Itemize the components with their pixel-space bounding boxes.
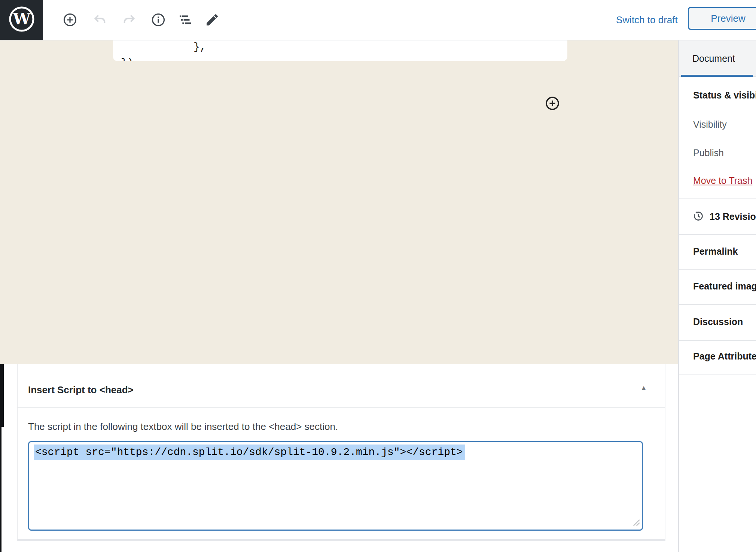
plus-circle-icon — [545, 106, 560, 112]
content-structure-button[interactable] — [150, 12, 166, 28]
revisions-label: 13 Revisions — [710, 211, 756, 222]
script-textarea[interactable]: <script src="https://cdn.split.io/sdk/sp… — [28, 441, 643, 531]
code-text-line: }) — [121, 57, 134, 61]
metabox-area: Insert Script to <head> ▲ The script in … — [0, 364, 678, 552]
panel-divider — [679, 304, 756, 305]
wordpress-logo-icon: W — [8, 6, 35, 34]
code-text-line: }, — [193, 41, 206, 53]
info-icon — [151, 12, 166, 27]
switch-to-draft-link[interactable]: Switch to draft — [616, 0, 678, 40]
panel-permalink-title[interactable]: Permalink — [693, 246, 738, 257]
collapse-toggle-button[interactable]: ▲ — [636, 380, 651, 395]
redo-icon — [122, 12, 137, 27]
code-block[interactable]: }, }) — [113, 40, 567, 61]
wordpress-editor-screen: W — [0, 0, 756, 552]
edit-mode-button[interactable] — [204, 12, 220, 28]
block-navigation-button[interactable] — [177, 12, 193, 28]
tab-document[interactable]: Document — [692, 40, 735, 77]
row-publish-label: Publish — [693, 148, 724, 158]
undo-icon — [92, 12, 107, 27]
panel-discussion-title[interactable]: Discussion — [693, 316, 743, 327]
metabox-insert-head: Insert Script to <head> ▲ The script in … — [17, 364, 665, 541]
panel-divider — [679, 374, 756, 375]
undo-button[interactable] — [92, 12, 108, 28]
collapse-arrow-icon: ▲ — [640, 384, 647, 392]
wordpress-menu-button[interactable]: W — [0, 0, 43, 40]
sidebar-tab-bar: Document — [679, 40, 756, 77]
panel-status-visibility-title[interactable]: Status & visibility — [693, 90, 756, 101]
redo-button[interactable] — [121, 12, 137, 28]
panel-featured-image-title[interactable]: Featured image — [693, 281, 756, 292]
metabox-title: Insert Script to <head> — [28, 384, 134, 396]
revisions-button[interactable]: 13 Revisions — [692, 208, 756, 225]
script-text: <script src="https://cdn.split.io/sdk/sp… — [34, 446, 465, 458]
script-text-selected: <script src="https://cdn.split.io/sdk/sp… — [34, 445, 465, 460]
active-tab-underline — [681, 75, 753, 77]
panel-page-attributes-title[interactable]: Page Attributes — [693, 351, 756, 362]
panel-divider — [679, 234, 756, 235]
panel-divider — [679, 198, 756, 199]
admin-menu-strip — [0, 427, 1, 552]
panel-divider — [679, 340, 756, 341]
resize-handle[interactable] — [632, 519, 640, 528]
svg-text:W: W — [12, 10, 31, 28]
editor-top-bar: W — [0, 0, 756, 40]
list-view-icon — [178, 12, 193, 27]
panel-divider — [679, 269, 756, 270]
plus-circle-icon — [63, 12, 77, 27]
history-icon — [692, 210, 704, 223]
block-inserter-button[interactable] — [545, 96, 560, 110]
editor-canvas: }, }) — [0, 40, 678, 364]
metabox-description: The script in the following textbox will… — [28, 421, 338, 433]
admin-menu-strip — [0, 364, 4, 427]
pencil-icon — [205, 12, 220, 27]
settings-sidebar: Document Status & visibility Visibility … — [678, 40, 756, 552]
preview-button[interactable]: Preview — [688, 7, 756, 30]
add-block-button[interactable] — [62, 12, 78, 28]
move-to-trash-link[interactable]: Move to Trash — [693, 175, 752, 186]
metabox-header[interactable]: Insert Script to <head> ▲ — [18, 364, 665, 408]
row-visibility-label: Visibility — [693, 119, 727, 130]
